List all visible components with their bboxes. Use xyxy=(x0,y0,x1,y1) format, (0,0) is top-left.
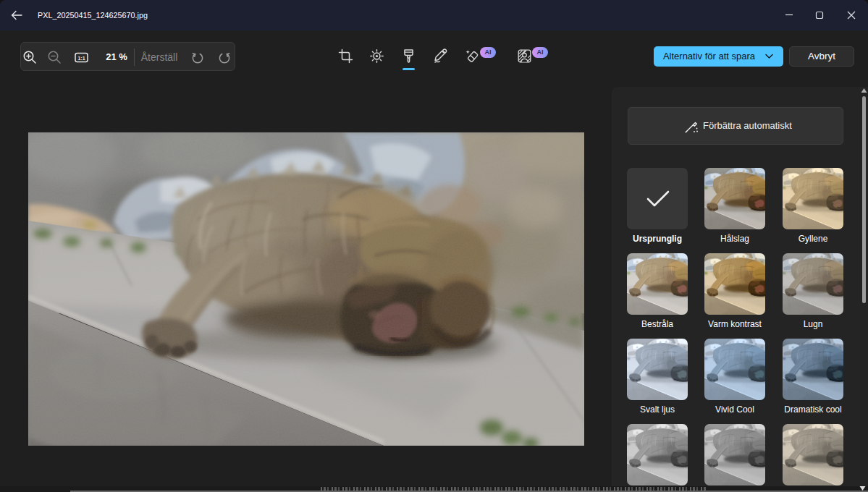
svg-text:1:1: 1:1 xyxy=(77,56,85,61)
